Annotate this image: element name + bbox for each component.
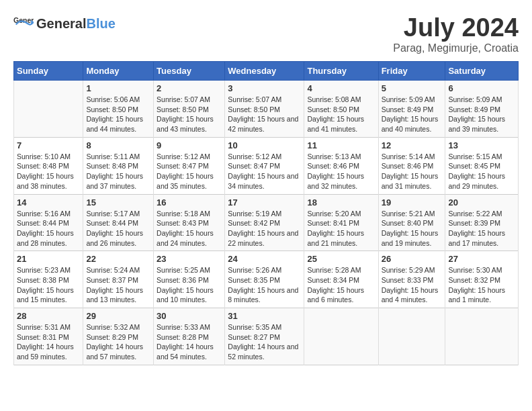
day-number: 8 [86,140,150,150]
day-cell [304,308,378,365]
day-info: Sunrise: 5:16 AMSunset: 8:44 PMDaylight:… [17,209,80,248]
day-cell [378,308,445,365]
day-number: 26 [382,254,443,264]
day-info: Sunrise: 5:10 AMSunset: 8:48 PMDaylight:… [17,152,80,191]
header-day-tuesday: Tuesday [154,62,225,81]
day-number: 2 [157,83,222,93]
day-cell: 16Sunrise: 5:18 AMSunset: 8:43 PMDayligh… [154,194,225,251]
day-cell: 19Sunrise: 5:21 AMSunset: 8:40 PMDayligh… [378,194,445,251]
day-cell: 25Sunrise: 5:28 AMSunset: 8:34 PMDayligh… [304,251,378,308]
day-info: Sunrise: 5:06 AMSunset: 8:50 PMDaylight:… [86,95,150,134]
day-number: 7 [17,140,80,150]
day-cell: 10Sunrise: 5:12 AMSunset: 8:47 PMDayligh… [225,137,304,194]
day-info: Sunrise: 5:08 AMSunset: 8:50 PMDaylight:… [307,95,375,134]
day-number: 11 [307,140,375,150]
week-row-1: 7Sunrise: 5:10 AMSunset: 8:48 PMDaylight… [14,137,519,194]
day-number: 12 [382,140,443,150]
day-cell: 6Sunrise: 5:09 AMSunset: 8:49 PMDaylight… [445,81,519,138]
day-info: Sunrise: 5:29 AMSunset: 8:33 PMDaylight:… [382,265,443,305]
day-number: 14 [17,197,80,208]
day-cell: 4Sunrise: 5:08 AMSunset: 8:50 PMDaylight… [304,81,378,138]
day-number: 21 [17,254,80,264]
week-row-2: 14Sunrise: 5:16 AMSunset: 8:44 PMDayligh… [14,194,519,251]
day-cell: 11Sunrise: 5:13 AMSunset: 8:46 PMDayligh… [304,137,378,194]
day-info: Sunrise: 5:15 AMSunset: 8:45 PMDaylight:… [448,152,515,191]
calendar-table: SundayMondayTuesdayWednesdayThursdayFrid… [13,61,519,365]
logo-icon: General [13,13,34,34]
day-number: 15 [86,197,150,208]
day-info: Sunrise: 5:35 AMSunset: 8:27 PMDaylight:… [228,322,301,362]
week-row-0: 1Sunrise: 5:06 AMSunset: 8:50 PMDaylight… [14,81,519,138]
day-number: 10 [228,140,301,150]
day-number: 23 [157,254,222,264]
day-cell [14,81,83,138]
day-cell: 24Sunrise: 5:26 AMSunset: 8:35 PMDayligh… [225,251,304,308]
day-cell: 22Sunrise: 5:24 AMSunset: 8:37 PMDayligh… [83,251,154,308]
logo-blue-text: Blue [86,16,115,31]
day-number: 22 [86,254,150,264]
day-number: 17 [228,197,301,208]
day-number: 28 [17,311,80,321]
day-cell: 23Sunrise: 5:25 AMSunset: 8:36 PMDayligh… [154,251,225,308]
day-info: Sunrise: 5:33 AMSunset: 8:28 PMDaylight:… [157,322,222,362]
svg-text:General: General [13,16,34,24]
week-row-4: 28Sunrise: 5:31 AMSunset: 8:31 PMDayligh… [14,308,519,365]
day-info: Sunrise: 5:20 AMSunset: 8:41 PMDaylight:… [307,209,375,248]
day-cell: 13Sunrise: 5:15 AMSunset: 8:45 PMDayligh… [445,137,519,194]
day-cell: 2Sunrise: 5:07 AMSunset: 8:50 PMDaylight… [154,81,225,138]
day-number: 13 [448,140,515,150]
day-cell: 15Sunrise: 5:17 AMSunset: 8:44 PMDayligh… [83,194,154,251]
day-number: 20 [448,197,515,208]
day-number: 18 [307,197,375,208]
day-number: 19 [382,197,443,208]
day-number: 16 [157,197,222,208]
day-cell: 31Sunrise: 5:35 AMSunset: 8:27 PMDayligh… [225,308,304,365]
day-info: Sunrise: 5:24 AMSunset: 8:37 PMDaylight:… [86,265,150,305]
day-cell: 18Sunrise: 5:20 AMSunset: 8:41 PMDayligh… [304,194,378,251]
header-day-friday: Friday [378,62,445,81]
logo-general-text: General [36,16,86,31]
day-info: Sunrise: 5:26 AMSunset: 8:35 PMDaylight:… [228,265,301,305]
day-cell: 26Sunrise: 5:29 AMSunset: 8:33 PMDayligh… [378,251,445,308]
day-cell: 1Sunrise: 5:06 AMSunset: 8:50 PMDaylight… [83,81,154,138]
day-info: Sunrise: 5:09 AMSunset: 8:49 PMDaylight:… [448,95,515,134]
day-cell: 7Sunrise: 5:10 AMSunset: 8:48 PMDaylight… [14,137,83,194]
day-info: Sunrise: 5:31 AMSunset: 8:31 PMDaylight:… [17,322,80,362]
day-number: 27 [448,254,515,264]
day-number: 9 [157,140,222,150]
day-info: Sunrise: 5:09 AMSunset: 8:49 PMDaylight:… [382,95,443,134]
day-info: Sunrise: 5:19 AMSunset: 8:42 PMDaylight:… [228,209,301,248]
day-cell: 12Sunrise: 5:14 AMSunset: 8:46 PMDayligh… [378,137,445,194]
day-info: Sunrise: 5:14 AMSunset: 8:46 PMDaylight:… [382,152,443,191]
day-number: 5 [382,83,443,93]
day-info: Sunrise: 5:18 AMSunset: 8:43 PMDaylight:… [157,209,222,248]
day-number: 29 [86,311,150,321]
day-cell: 14Sunrise: 5:16 AMSunset: 8:44 PMDayligh… [14,194,83,251]
day-info: Sunrise: 5:28 AMSunset: 8:34 PMDaylight:… [307,265,375,305]
header-day-monday: Monday [83,62,154,81]
day-info: Sunrise: 5:11 AMSunset: 8:48 PMDaylight:… [86,152,150,191]
day-info: Sunrise: 5:13 AMSunset: 8:46 PMDaylight:… [307,152,375,191]
day-info: Sunrise: 5:23 AMSunset: 8:38 PMDaylight:… [17,265,80,305]
header-day-sunday: Sunday [14,62,83,81]
subtitle: Parag, Megimurje, Croatia [393,42,519,54]
header-row: SundayMondayTuesdayWednesdayThursdayFrid… [14,62,519,81]
day-number: 6 [448,83,515,93]
day-cell: 27Sunrise: 5:30 AMSunset: 8:32 PMDayligh… [445,251,519,308]
day-number: 3 [228,83,301,93]
header-day-wednesday: Wednesday [225,62,304,81]
day-info: Sunrise: 5:32 AMSunset: 8:29 PMDaylight:… [86,322,150,362]
week-row-3: 21Sunrise: 5:23 AMSunset: 8:38 PMDayligh… [14,251,519,308]
day-info: Sunrise: 5:12 AMSunset: 8:47 PMDaylight:… [157,152,222,191]
day-info: Sunrise: 5:22 AMSunset: 8:39 PMDaylight:… [448,209,515,248]
day-number: 30 [157,311,222,321]
day-info: Sunrise: 5:12 AMSunset: 8:47 PMDaylight:… [228,152,301,191]
day-cell: 30Sunrise: 5:33 AMSunset: 8:28 PMDayligh… [154,308,225,365]
day-cell: 28Sunrise: 5:31 AMSunset: 8:31 PMDayligh… [14,308,83,365]
day-cell: 5Sunrise: 5:09 AMSunset: 8:49 PMDaylight… [378,81,445,138]
day-cell: 9Sunrise: 5:12 AMSunset: 8:47 PMDaylight… [154,137,225,194]
day-number: 24 [228,254,301,264]
day-cell: 20Sunrise: 5:22 AMSunset: 8:39 PMDayligh… [445,194,519,251]
day-info: Sunrise: 5:07 AMSunset: 8:50 PMDaylight:… [228,95,301,134]
logo: General GeneralBlue [13,13,116,34]
